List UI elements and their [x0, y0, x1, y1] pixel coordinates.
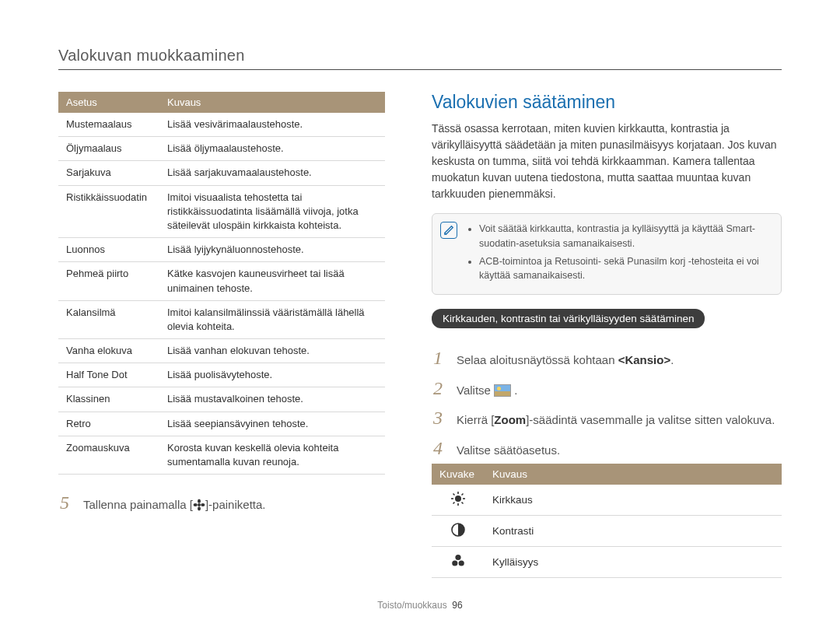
- svg-point-16: [452, 560, 457, 566]
- note-item: ACB-toimintoa ja Retusointi- sekä Punasi…: [479, 254, 772, 284]
- step-number: 2: [433, 379, 447, 398]
- table-row: KlassinenLisää mustavalkoinen tehoste.: [58, 387, 385, 412]
- brightness-icon: [432, 485, 485, 516]
- table-row: Half Tone DotLisää puolisävytehoste.: [58, 363, 385, 387]
- svg-point-3: [194, 503, 198, 506]
- svg-point-2: [198, 506, 201, 510]
- svg-line-12: [462, 494, 464, 496]
- svg-line-10: [453, 494, 455, 496]
- page-number: 96: [452, 600, 462, 611]
- intro-text: Tässä osassa kerrotaan, miten kuvien kir…: [432, 121, 782, 202]
- table-row: Kontrasti: [432, 516, 782, 547]
- step-number: 1: [433, 349, 447, 367]
- effects-header-desc: Kuvaus: [159, 92, 385, 113]
- step-number: 5: [60, 493, 74, 512]
- step-text: Valitse säätöasetus.: [457, 439, 560, 460]
- icon-label: Kylläisyys: [485, 547, 782, 578]
- subheading-pill: Kirkkauden, kontrastin tai värikylläisyy…: [432, 309, 705, 328]
- svg-point-5: [455, 496, 461, 502]
- step-3: 3 Kierrä [Zoom]-säädintä vasemmalle ja v…: [433, 408, 782, 429]
- step-5: 5 Tallenna painamalla []-painiketta.: [60, 493, 385, 514]
- table-row: ZoomauskuvaKorosta kuvan keskellä olevia…: [58, 436, 385, 474]
- effects-table: Asetus Kuvaus MustemaalausLisää vesiväri…: [58, 92, 385, 475]
- thumbnail-icon: [494, 384, 511, 397]
- icon-header-desc: Kuvaus: [485, 464, 782, 485]
- svg-point-0: [198, 503, 201, 506]
- step-4: 4 Valitse säätöasetus.: [433, 439, 782, 460]
- flower-icon: [193, 499, 205, 511]
- step-1: 1 Selaa aloitusnäytössä kohtaan <Kansio>…: [433, 349, 782, 370]
- table-row: RetroLisää seepiansävyinen tehoste.: [58, 412, 385, 436]
- svg-line-13: [453, 503, 455, 504]
- icon-header-icon: Kuvake: [432, 464, 485, 485]
- table-row: Kylläisyys: [432, 547, 782, 578]
- icon-table: Kuvake Kuvaus Kirkkaus Kontrasti: [432, 464, 782, 578]
- table-row: MustemaalausLisää vesivärimaalaustehoste…: [58, 113, 385, 137]
- step-2: 2 Valitse .: [433, 379, 782, 400]
- page-title: Valokuvan muokkaaminen: [58, 47, 782, 70]
- svg-point-17: [459, 560, 464, 566]
- table-row: RistikkäissuodatinImitoi visuaalista teh…: [58, 185, 385, 238]
- table-row: ÖljymaalausLisää öljymaalaustehoste.: [58, 137, 385, 161]
- table-row: Vanha elokuvaLisää vanhan elokuvan tehos…: [58, 339, 385, 363]
- step-text: Valitse .: [457, 379, 517, 400]
- icon-label: Kirkkaus: [485, 485, 782, 516]
- saturation-icon: [432, 547, 485, 578]
- svg-point-4: [201, 503, 205, 506]
- table-row: LuonnosLisää lyijykynäluonnostehoste.: [58, 238, 385, 262]
- note-item: Voit säätää kirkkautta, kontrastia ja ky…: [479, 222, 772, 251]
- step-text: Tallenna painamalla []-painiketta.: [83, 493, 265, 514]
- page-footer: Toisto/muokkaus 96: [0, 600, 840, 611]
- effects-header-setting: Asetus: [58, 92, 159, 113]
- icon-label: Kontrasti: [485, 516, 782, 547]
- footer-section: Toisto/muokkaus: [377, 600, 446, 611]
- table-row: KalansilmäImitoi kalansilmälinssiä vääri…: [58, 300, 385, 338]
- table-row: Kirkkaus: [432, 485, 782, 516]
- step-number: 3: [433, 408, 447, 427]
- table-row: Pehmeä piirtoKätke kasvojen kauneusvirhe…: [58, 262, 385, 300]
- step-text: Selaa aloitusnäytössä kohtaan <Kansio>.: [457, 349, 674, 370]
- step-text: Kierrä [Zoom]-säädintä vasemmalle ja val…: [457, 408, 775, 429]
- note-icon: [440, 222, 457, 239]
- note-box: Voit säätää kirkkautta, kontrastia ja ky…: [432, 213, 782, 295]
- section-heading: Valokuvien säätäminen: [432, 92, 782, 113]
- step-number: 4: [433, 439, 447, 457]
- svg-line-11: [462, 503, 464, 504]
- svg-point-1: [198, 499, 201, 503]
- contrast-icon: [432, 516, 485, 547]
- svg-point-15: [455, 555, 460, 560]
- table-row: SarjakuvaLisää sarjakuvamaalaustehoste.: [58, 161, 385, 185]
